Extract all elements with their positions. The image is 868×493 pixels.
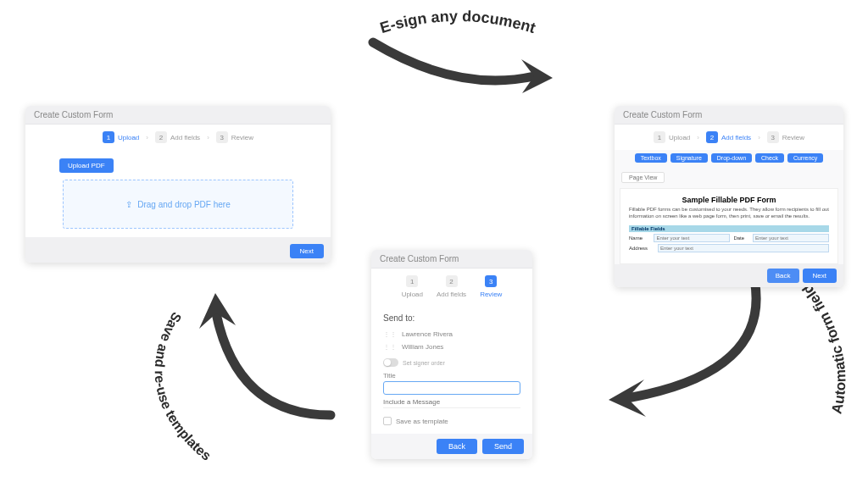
pdf-preview: Sample Fillable PDF Form Fillable PDF fo…	[620, 188, 838, 264]
checkbox-icon[interactable]	[383, 417, 392, 425]
page-view-chip[interactable]: Page View	[621, 172, 665, 183]
step-add-fields[interactable]: 2Add fields	[706, 131, 751, 143]
upload-pdf-button[interactable]: Upload PDF	[59, 158, 114, 173]
card-title: Create Custom Form	[371, 250, 532, 269]
arrow-top	[356, 34, 568, 119]
card-title: Create Custom Form	[25, 106, 331, 125]
stepper: 1Upload › 2Add fields › 3Review	[25, 125, 331, 150]
step-review[interactable]: 3Review	[767, 131, 804, 143]
recipient-row[interactable]: ⋮⋮Lawrence Rivera	[383, 328, 520, 341]
name-field[interactable]	[654, 234, 730, 242]
date-label: Date	[733, 235, 749, 241]
step-review[interactable]: 3Review	[480, 275, 502, 298]
stepper: 1Upload 2Add fields 3Review	[371, 269, 532, 305]
field-textbox[interactable]: Textbox	[635, 153, 667, 163]
back-button[interactable]: Back	[767, 269, 799, 283]
arrow-right	[593, 271, 780, 440]
field-dropdown[interactable]: Drop-down	[711, 153, 752, 163]
step-upload[interactable]: 1Upload	[103, 131, 139, 143]
svg-text:E-sign any document: E-sign any document	[378, 8, 537, 36]
send-button[interactable]: Send	[482, 439, 524, 454]
card-review: Create Custom Form 1Upload 2Add fields 3…	[371, 250, 532, 459]
back-button[interactable]: Back	[437, 439, 477, 454]
fillable-header: Fillable Fields	[629, 225, 829, 232]
save-template-checkbox[interactable]: Save as template	[383, 417, 520, 425]
field-type-bar: Textbox Signature Drop-down Check Curren…	[615, 150, 843, 166]
date-field[interactable]	[753, 234, 829, 242]
address-label: Address	[629, 246, 654, 251]
pdf-desc: Fillable PDF forms can be customised to …	[629, 207, 829, 220]
drag-icon[interactable]: ⋮⋮	[383, 343, 397, 351]
field-signature[interactable]: Signature	[670, 153, 708, 163]
name-label: Name	[629, 235, 650, 241]
field-check[interactable]: Check	[755, 153, 784, 163]
step-add-fields[interactable]: 2Add fields	[155, 131, 200, 143]
step-review[interactable]: 3Review	[216, 131, 253, 143]
next-button[interactable]: Next	[803, 269, 837, 283]
card-upload: Create Custom Form 1Upload › 2Add fields…	[25, 106, 331, 263]
signer-order-toggle[interactable]: Set signer order	[383, 358, 520, 367]
step-upload[interactable]: 1Upload	[654, 131, 690, 143]
toggle-icon[interactable]	[383, 358, 398, 367]
send-to-label: Send to:	[383, 313, 520, 323]
step-add-fields[interactable]: 2Add fields	[437, 275, 466, 298]
address-field[interactable]	[658, 244, 829, 252]
field-currency[interactable]: Currency	[787, 153, 823, 163]
next-button[interactable]: Next	[290, 244, 324, 258]
title-input[interactable]	[383, 381, 520, 395]
card-title: Create Custom Form	[615, 106, 843, 125]
title-label: Title	[383, 372, 520, 379]
recipient-row[interactable]: ⋮⋮William Jones	[383, 341, 520, 353]
stepper: 1Upload › 2Add fields › 3Review	[615, 125, 843, 150]
card-add-fields: Create Custom Form 1Upload › 2Add fields…	[615, 106, 843, 287]
pdf-title: Sample Fillable PDF Form	[629, 196, 829, 204]
drag-icon[interactable]: ⋮⋮	[383, 330, 397, 338]
svg-text:Automatic form fields: Automatic form fields	[794, 274, 849, 415]
upload-icon: ⇪	[125, 200, 132, 209]
step-upload[interactable]: 1Upload	[402, 275, 423, 298]
arrow-left	[195, 280, 364, 449]
dropzone[interactable]: ⇪ Drag and drop PDF here	[63, 180, 293, 229]
message-input[interactable]	[383, 396, 520, 408]
